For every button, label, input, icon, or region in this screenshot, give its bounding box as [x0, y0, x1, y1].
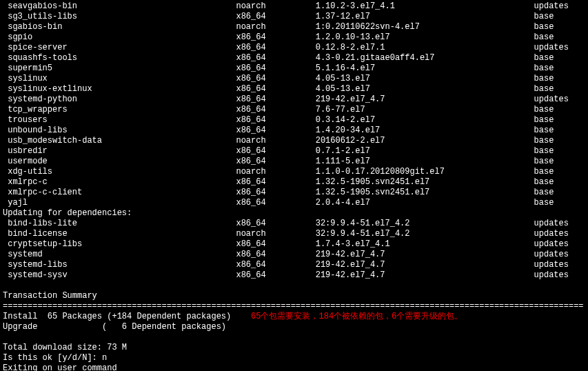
updates-list: bind-libs-lite x86_64 32:9.9.4-51.el7_4.… — [3, 219, 585, 281]
package-row: yajl x86_64 2.0.4-4.el7 base 39 k — [3, 198, 585, 208]
package-row: xdg-utils noarch 1.1.0-0.17.20120809git.… — [3, 167, 585, 177]
package-row: usb_modeswitch-data noarch 20160612-2.el… — [3, 136, 585, 146]
package-row: seavgabios-bin noarch 1.10.2-3.el7_4.1 u… — [3, 1, 585, 12]
package-row: bind-license noarch 32:9.9.4-51.el7_4.2 … — [3, 229, 585, 239]
summary-title: Transaction Summary — [3, 291, 585, 301]
package-row: unbound-libs x86_64 1.4.20-34.el7 base 2… — [3, 126, 585, 136]
blank-line-2 — [3, 332, 585, 343]
annotation: 65个包需要安装，184个被依赖的包，6个需要升级的包。 — [251, 312, 463, 321]
download-size: Total download size: 73 M — [3, 343, 585, 353]
package-row: xmlrpc-c-client x86_64 1.32.5-1905.svn24… — [3, 188, 585, 198]
package-list: seavgabios-bin noarch 1.10.2-3.el7_4.1 u… — [3, 1, 585, 208]
package-row: systemd-python x86_64 219-42.el7_4.7 upd… — [3, 94, 585, 105]
package-row: squashfs-tools x86_64 4.3-0.21.gitaae0af… — [3, 53, 585, 63]
blank-line — [3, 281, 585, 291]
package-row: systemd x86_64 219-42.el7_4.7 updates 5.… — [3, 250, 585, 260]
package-row: systemd-libs x86_64 219-42.el7_4.7 updat… — [3, 260, 585, 270]
package-row: bind-libs-lite x86_64 32:9.9.4-51.el7_4.… — [3, 219, 585, 229]
package-row: spice-server x86_64 0.12.8-2.el7.1 updat… — [3, 43, 585, 53]
confirm-prompt[interactable]: Is this ok [y/d/N]: n — [3, 353, 585, 363]
package-row: xmlrpc-c x86_64 1.32.5-1905.svn2451.el7 … — [3, 177, 585, 188]
package-row: sgpio x86_64 1.2.0.10-13.el7 base 13 k — [3, 32, 585, 43]
upgrade-line: Upgrade ( 6 Dependent packages) — [3, 322, 585, 332]
package-row: tcp_wrappers x86_64 7.6-77.el7 base 78 k — [3, 105, 585, 115]
exiting-line: Exiting on user command — [3, 363, 585, 371]
package-row: trousers x86_64 0.3.14-2.el7 base 289 k — [3, 115, 585, 126]
package-row: sg3_utils-libs x86_64 1.37-12.el7 base 6… — [3, 12, 585, 22]
updating-header: Updating for dependencies: — [3, 208, 585, 219]
package-row: sgabios-bin noarch 1:0.20110622svn-4.el7… — [3, 22, 585, 32]
package-row: usbredir x86_64 0.7.1-2.el7 base 47 k — [3, 146, 585, 157]
package-row: syslinux-extlinux x86_64 4.05-13.el7 bas… — [3, 84, 585, 94]
package-row: syslinux x86_64 4.05-13.el7 base 989 k — [3, 74, 585, 84]
package-row: usermode x86_64 1.111-5.el7 base 193 k — [3, 157, 585, 167]
package-row: cryptsetup-libs x86_64 1.7.4-3.el7_4.1 u… — [3, 239, 585, 250]
package-row: systemd-sysv x86_64 219-42.el7_4.7 updat… — [3, 270, 585, 281]
install-line: Install 65 Packages (+184 Dependent pack… — [3, 312, 585, 322]
divider: ========================================… — [3, 301, 585, 312]
install-text: Install 65 Packages (+184 Dependent pack… — [3, 312, 231, 321]
package-row: supermin5 x86_64 5.1.16-4.el7 base 550 k — [3, 63, 585, 74]
